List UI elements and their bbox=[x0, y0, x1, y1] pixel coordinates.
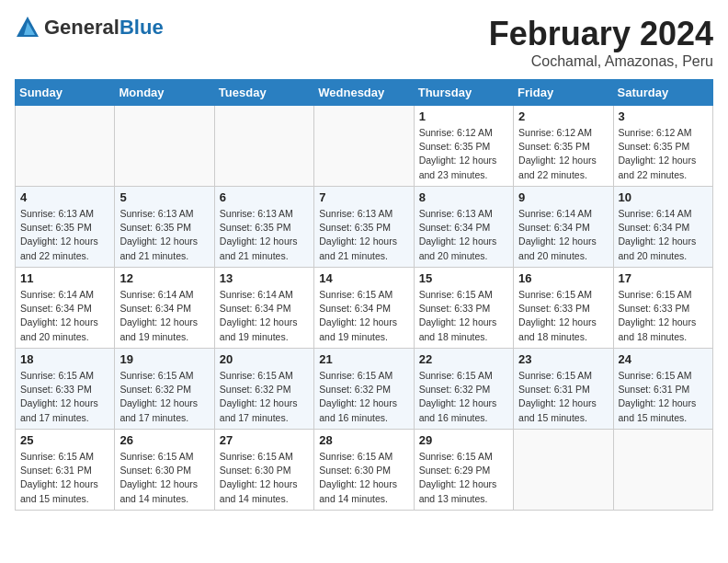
day-number: 10 bbox=[619, 190, 708, 204]
calendar-cell: 12Sunrise: 6:14 AM Sunset: 6:34 PM Dayli… bbox=[115, 268, 214, 349]
day-info: Sunrise: 6:13 AM Sunset: 6:35 PM Dayligh… bbox=[319, 207, 408, 263]
day-info: Sunrise: 6:15 AM Sunset: 6:33 PM Dayligh… bbox=[619, 288, 708, 344]
calendar-cell: 13Sunrise: 6:14 AM Sunset: 6:34 PM Dayli… bbox=[214, 268, 313, 349]
day-number: 19 bbox=[119, 352, 209, 366]
calendar-cell: 11Sunrise: 6:14 AM Sunset: 6:34 PM Dayli… bbox=[16, 268, 115, 349]
calendar-cell: 27Sunrise: 6:15 AM Sunset: 6:30 PM Dayli… bbox=[214, 430, 313, 511]
day-info: Sunrise: 6:14 AM Sunset: 6:34 PM Dayligh… bbox=[220, 288, 309, 344]
day-number: 12 bbox=[119, 271, 209, 285]
day-info: Sunrise: 6:15 AM Sunset: 6:32 PM Dayligh… bbox=[220, 369, 309, 425]
day-info: Sunrise: 6:15 AM Sunset: 6:32 PM Dayligh… bbox=[319, 369, 408, 425]
day-number: 24 bbox=[619, 352, 708, 366]
day-info: Sunrise: 6:15 AM Sunset: 6:34 PM Dayligh… bbox=[319, 288, 408, 344]
calendar-cell: 18Sunrise: 6:15 AM Sunset: 6:33 PM Dayli… bbox=[16, 349, 115, 430]
day-info: Sunrise: 6:15 AM Sunset: 6:31 PM Dayligh… bbox=[619, 369, 708, 425]
day-info: Sunrise: 6:13 AM Sunset: 6:34 PM Dayligh… bbox=[419, 207, 508, 263]
calendar-cell bbox=[115, 106, 214, 187]
day-number: 23 bbox=[518, 352, 608, 366]
weekday-header-monday: Monday bbox=[115, 80, 214, 106]
day-info: Sunrise: 6:14 AM Sunset: 6:34 PM Dayligh… bbox=[20, 288, 109, 344]
day-info: Sunrise: 6:14 AM Sunset: 6:34 PM Dayligh… bbox=[619, 207, 708, 263]
calendar-cell: 15Sunrise: 6:15 AM Sunset: 6:33 PM Dayli… bbox=[414, 268, 513, 349]
week-row-2: 4Sunrise: 6:13 AM Sunset: 6:35 PM Daylig… bbox=[16, 187, 713, 268]
month-year-title: February 2024 bbox=[489, 15, 713, 53]
calendar-cell: 25Sunrise: 6:15 AM Sunset: 6:31 PM Dayli… bbox=[16, 430, 115, 511]
day-number: 22 bbox=[419, 352, 508, 366]
week-row-4: 18Sunrise: 6:15 AM Sunset: 6:33 PM Dayli… bbox=[16, 349, 713, 430]
calendar-cell bbox=[16, 106, 115, 187]
day-info: Sunrise: 6:12 AM Sunset: 6:35 PM Dayligh… bbox=[419, 126, 508, 182]
day-info: Sunrise: 6:13 AM Sunset: 6:35 PM Dayligh… bbox=[20, 207, 109, 263]
weekday-header-thursday: Thursday bbox=[414, 80, 513, 106]
day-info: Sunrise: 6:15 AM Sunset: 6:33 PM Dayligh… bbox=[419, 288, 508, 344]
day-info: Sunrise: 6:13 AM Sunset: 6:35 PM Dayligh… bbox=[220, 207, 309, 263]
day-number: 26 bbox=[119, 433, 209, 447]
day-info: Sunrise: 6:15 AM Sunset: 6:29 PM Dayligh… bbox=[419, 450, 508, 506]
day-number: 3 bbox=[619, 109, 708, 123]
calendar-cell: 19Sunrise: 6:15 AM Sunset: 6:32 PM Dayli… bbox=[115, 349, 214, 430]
logo: GeneralBlue bbox=[15, 15, 164, 40]
day-info: Sunrise: 6:15 AM Sunset: 6:33 PM Dayligh… bbox=[518, 288, 608, 344]
header: GeneralBlue February 2024 Cochamal, Amaz… bbox=[15, 15, 713, 70]
day-number: 21 bbox=[319, 352, 408, 366]
weekday-header-friday: Friday bbox=[514, 80, 613, 106]
weekday-header-sunday: Sunday bbox=[16, 80, 115, 106]
calendar-cell: 14Sunrise: 6:15 AM Sunset: 6:34 PM Dayli… bbox=[314, 268, 414, 349]
day-number: 4 bbox=[20, 190, 109, 204]
day-info: Sunrise: 6:15 AM Sunset: 6:30 PM Dayligh… bbox=[220, 450, 309, 506]
weekday-header-row: SundayMondayTuesdayWednesdayThursdayFrid… bbox=[16, 80, 713, 106]
day-info: Sunrise: 6:15 AM Sunset: 6:30 PM Dayligh… bbox=[119, 450, 209, 506]
day-number: 25 bbox=[20, 433, 109, 447]
week-row-5: 25Sunrise: 6:15 AM Sunset: 6:31 PM Dayli… bbox=[16, 430, 713, 511]
calendar-cell: 8Sunrise: 6:13 AM Sunset: 6:34 PM Daylig… bbox=[414, 187, 513, 268]
day-number: 16 bbox=[518, 271, 608, 285]
day-number: 11 bbox=[20, 271, 109, 285]
day-number: 13 bbox=[220, 271, 309, 285]
day-number: 6 bbox=[220, 190, 309, 204]
day-number: 7 bbox=[319, 190, 408, 204]
day-info: Sunrise: 6:15 AM Sunset: 6:32 PM Dayligh… bbox=[119, 369, 209, 425]
calendar-cell: 23Sunrise: 6:15 AM Sunset: 6:31 PM Dayli… bbox=[514, 349, 613, 430]
week-row-3: 11Sunrise: 6:14 AM Sunset: 6:34 PM Dayli… bbox=[16, 268, 713, 349]
day-number: 28 bbox=[319, 433, 408, 447]
calendar-cell: 17Sunrise: 6:15 AM Sunset: 6:33 PM Dayli… bbox=[613, 268, 712, 349]
calendar-cell: 20Sunrise: 6:15 AM Sunset: 6:32 PM Dayli… bbox=[214, 349, 313, 430]
calendar-cell: 24Sunrise: 6:15 AM Sunset: 6:31 PM Dayli… bbox=[613, 349, 712, 430]
day-number: 20 bbox=[220, 352, 309, 366]
day-info: Sunrise: 6:14 AM Sunset: 6:34 PM Dayligh… bbox=[518, 207, 608, 263]
day-info: Sunrise: 6:15 AM Sunset: 6:33 PM Dayligh… bbox=[20, 369, 109, 425]
calendar-cell: 6Sunrise: 6:13 AM Sunset: 6:35 PM Daylig… bbox=[214, 187, 313, 268]
day-number: 29 bbox=[419, 433, 508, 447]
weekday-header-wednesday: Wednesday bbox=[314, 80, 414, 106]
calendar-cell: 16Sunrise: 6:15 AM Sunset: 6:33 PM Dayli… bbox=[514, 268, 613, 349]
day-info: Sunrise: 6:12 AM Sunset: 6:35 PM Dayligh… bbox=[518, 126, 608, 182]
calendar-cell: 1Sunrise: 6:12 AM Sunset: 6:35 PM Daylig… bbox=[414, 106, 513, 187]
day-number: 27 bbox=[220, 433, 309, 447]
day-number: 14 bbox=[319, 271, 408, 285]
location-subtitle: Cochamal, Amazonas, Peru bbox=[489, 53, 713, 70]
calendar-cell: 21Sunrise: 6:15 AM Sunset: 6:32 PM Dayli… bbox=[314, 349, 414, 430]
calendar-cell: 7Sunrise: 6:13 AM Sunset: 6:35 PM Daylig… bbox=[314, 187, 414, 268]
calendar-cell bbox=[214, 106, 313, 187]
day-number: 18 bbox=[20, 352, 109, 366]
day-info: Sunrise: 6:14 AM Sunset: 6:34 PM Dayligh… bbox=[119, 288, 209, 344]
day-number: 15 bbox=[419, 271, 508, 285]
weekday-header-saturday: Saturday bbox=[613, 80, 712, 106]
calendar-cell: 4Sunrise: 6:13 AM Sunset: 6:35 PM Daylig… bbox=[16, 187, 115, 268]
logo-blue: Blue bbox=[119, 16, 164, 39]
title-area: February 2024 Cochamal, Amazonas, Peru bbox=[489, 15, 713, 70]
calendar-table: SundayMondayTuesdayWednesdayThursdayFrid… bbox=[15, 79, 713, 511]
day-number: 2 bbox=[518, 109, 608, 123]
day-info: Sunrise: 6:15 AM Sunset: 6:32 PM Dayligh… bbox=[419, 369, 508, 425]
logo-icon bbox=[15, 15, 40, 40]
calendar-cell bbox=[613, 430, 712, 511]
calendar-cell: 5Sunrise: 6:13 AM Sunset: 6:35 PM Daylig… bbox=[115, 187, 214, 268]
calendar-cell: 26Sunrise: 6:15 AM Sunset: 6:30 PM Dayli… bbox=[115, 430, 214, 511]
day-info: Sunrise: 6:13 AM Sunset: 6:35 PM Dayligh… bbox=[119, 207, 209, 263]
day-number: 9 bbox=[518, 190, 608, 204]
day-number: 17 bbox=[619, 271, 708, 285]
calendar-cell: 2Sunrise: 6:12 AM Sunset: 6:35 PM Daylig… bbox=[514, 106, 613, 187]
calendar-cell bbox=[514, 430, 613, 511]
calendar-cell: 28Sunrise: 6:15 AM Sunset: 6:30 PM Dayli… bbox=[314, 430, 414, 511]
day-info: Sunrise: 6:15 AM Sunset: 6:30 PM Dayligh… bbox=[319, 450, 408, 506]
